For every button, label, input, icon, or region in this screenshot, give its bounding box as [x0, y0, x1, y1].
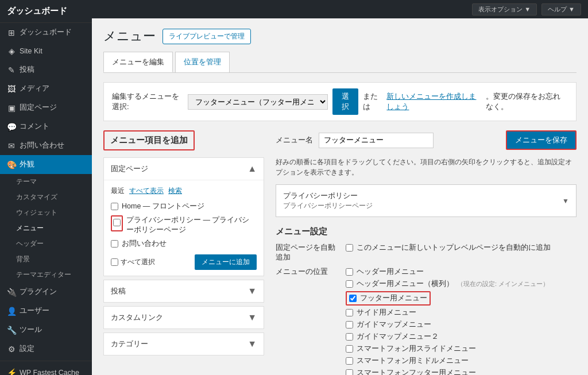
sidebar-item-background[interactable]: 背景	[0, 252, 92, 267]
custom-link-accordion-title: カスタムリンク	[111, 312, 163, 323]
page-checkbox-contact[interactable]	[111, 240, 118, 248]
auto-add-option: このメニューに新しいトップレベルページを自動的に追加	[346, 243, 551, 253]
tab-search[interactable]: 検索	[168, 186, 182, 196]
privacy-checkbox-highlight	[111, 215, 123, 232]
custom-link-accordion: カスタムリンク ▼	[103, 306, 264, 329]
menu-settings: メニュー設定 固定ページを自動追加 このメニューに新しいトップレベルページを自動…	[276, 226, 577, 375]
tab-manage-positions[interactable]: 位置を管理	[175, 52, 230, 72]
page-item-contact: お問い合わせ	[111, 239, 257, 249]
position-header2-checkbox[interactable]	[346, 280, 353, 288]
sidebar-item-contact[interactable]: ✉ お問い合わせ	[0, 136, 92, 155]
categories-accordion-title: カテゴリー	[111, 339, 148, 349]
menu-item-privacy: プライバシーポリシー プライバシーポリシーページ ▼	[276, 184, 577, 217]
page-label-contact: お問い合わせ	[122, 239, 167, 249]
sidebar-item-dashboard[interactable]: ⊞ ダッシュボード	[0, 23, 92, 42]
position-sitemap2: ガイドマップメニュー２	[346, 332, 549, 342]
select-all-checkbox[interactable]	[111, 258, 118, 266]
sidebar-item-users[interactable]: 👤 ユーザー	[0, 301, 92, 320]
tab-all[interactable]: すべて表示	[129, 186, 164, 196]
menu-item-title: プライバシーポリシー	[283, 191, 373, 201]
sidebar-item-comments[interactable]: 💬 コメント	[0, 117, 92, 136]
position-smartphone-footer: スマートフォンフッター用メニュー	[346, 368, 549, 375]
posts-accordion-title: 投稿	[111, 286, 126, 296]
help-button[interactable]: ヘルプ ▼	[541, 3, 581, 16]
position-footer: フッター用メニュー	[346, 291, 549, 306]
position-smartphone-middle-checkbox[interactable]	[346, 357, 353, 365]
posts-icon: ✎	[7, 65, 16, 75]
position-smartphone-footer-checkbox[interactable]	[346, 369, 353, 375]
position-header: ヘッダー用メニュー	[346, 267, 549, 277]
sidebar-item-header[interactable]: ヘッダー	[0, 236, 92, 252]
auto-add-checkbox[interactable]	[346, 244, 353, 252]
sidebar-item-sitekit[interactable]: ◈ Site Kit	[0, 42, 92, 60]
pages-accordion-body: 最近 すべて表示 検索 Home — フロントページ	[104, 180, 264, 276]
live-preview-button[interactable]: ライブプレビューで管理	[163, 29, 251, 44]
tabs: メニューを編集 位置を管理	[103, 52, 577, 73]
categories-accordion: カテゴリー ▼	[103, 333, 264, 355]
select-all-label[interactable]: すべて選択	[111, 257, 155, 267]
appearance-icon: 🎨	[7, 160, 16, 169]
sidebar-item-menus[interactable]: メニュー	[0, 221, 92, 236]
position-sitemap-checkbox[interactable]	[346, 321, 353, 328]
pages-icon: ▣	[7, 103, 16, 113]
menu-name-input[interactable]	[319, 133, 434, 148]
page-title: メニュー	[103, 28, 156, 45]
save-note: 。変更の保存をお忘れなく。	[486, 91, 568, 112]
sidebar-item-posts[interactable]: ✎ 投稿	[0, 60, 92, 79]
tools-icon: 🔧	[7, 326, 16, 335]
sidebar-item-settings[interactable]: ⚙ 設定	[0, 339, 92, 358]
position-footer-checkbox[interactable]	[349, 295, 357, 302]
sidebar-item-pages[interactable]: ▣ 固定ページ	[0, 98, 92, 117]
sidebar-item-tools[interactable]: 🔧 ツール	[0, 320, 92, 339]
page-label-privacy: プライバシーポリシー — プライバシーポリシーページ	[126, 215, 257, 235]
page-checkbox-privacy[interactable]	[113, 219, 121, 226]
select-menu-label: 編集するメニューを選択:	[112, 91, 183, 112]
position-smartphone-middle: スマートフォン用ミドルメニュー	[346, 356, 549, 366]
page-item-home: Home — フロントページ	[111, 202, 257, 212]
sidebar-item-wp-fastest-cache[interactable]: ⚡ WP Fastest Cache	[0, 364, 92, 375]
pages-accordion: 固定ページ ▲ 最近 すべて表示 検索 Home — フロントページ	[103, 157, 264, 276]
menu-select[interactable]: フッターメニュー（フッター用メニュー）	[188, 94, 328, 110]
sidebar-item-theme[interactable]: テーマ	[0, 174, 92, 190]
save-menu-button-top[interactable]: メニューを保存	[506, 130, 577, 150]
tab-recent[interactable]: 最近	[111, 186, 125, 196]
pages-accordion-header[interactable]: 固定ページ ▲	[104, 158, 264, 180]
wp-fastest-cache-icon: ⚡	[7, 368, 16, 375]
posts-accordion-header[interactable]: 投稿 ▼	[104, 280, 264, 302]
page-checkbox-home[interactable]	[111, 203, 118, 210]
sidebar-item-appearance[interactable]: 🎨 外観	[0, 155, 92, 174]
position-smartphone-slide-checkbox[interactable]	[346, 345, 353, 353]
menu-hint: 好みの順番に各項目をドラッグしてください。項目の右側の矢印をクリックすると、追加…	[276, 157, 577, 177]
plugins-icon: 🔌	[7, 288, 16, 297]
sidebar-item-customize[interactable]: カスタマイズ	[0, 190, 92, 205]
position-row: メニューの位置 ヘッダー用メニュー ヘッダー用メニュー（横列） （現在の設定: …	[276, 267, 577, 375]
tab-edit-menu[interactable]: メニューを編集	[103, 52, 173, 72]
position-label: メニューの位置	[276, 267, 339, 277]
categories-accordion-header[interactable]: カテゴリー ▼	[104, 333, 264, 355]
sitekit-icon: ◈	[7, 47, 16, 56]
settings-icon: ⚙	[7, 345, 16, 354]
display-options-button[interactable]: 表示オプション ▼	[472, 3, 537, 16]
posts-accordion: 投稿 ▼	[103, 280, 264, 303]
custom-link-accordion-header[interactable]: カスタムリンク ▼	[104, 307, 264, 328]
auto-add-label: 固定ページを自動追加	[276, 243, 339, 262]
position-header-checkbox[interactable]	[346, 268, 353, 276]
categories-accordion-toggle: ▼	[247, 339, 257, 349]
sidebar-item-widgets[interactable]: ウィジェット	[0, 205, 92, 221]
position-sitemap2-checkbox[interactable]	[346, 333, 353, 341]
select-button[interactable]: 選択	[332, 88, 359, 115]
pages-accordion-title: 固定ページ	[111, 164, 148, 174]
add-to-menu-button[interactable]: メニューに追加	[195, 254, 257, 270]
left-panel: メニュー項目を追加 固定ページ ▲ 最近 すべて表示 検索	[103, 130, 264, 359]
menu-item-expand-arrow[interactable]: ▼	[562, 197, 569, 205]
comments-icon: 💬	[7, 122, 16, 132]
menu-settings-title: メニュー設定	[276, 226, 577, 237]
or-text: または	[363, 91, 382, 112]
pages-actions: すべて選択 メニューに追加	[111, 254, 257, 270]
sidebar-item-plugins[interactable]: 🔌 プラグイン	[0, 283, 92, 301]
sidebar-item-theme-editor[interactable]: テーマエディター	[0, 267, 92, 283]
position-side-checkbox[interactable]	[346, 309, 353, 316]
new-menu-link[interactable]: 新しいメニューを作成しましょう	[386, 91, 481, 112]
sidebar-item-media[interactable]: 🖼 メディア	[0, 79, 92, 98]
menu-name-row: メニュー名 メニューを保存	[276, 130, 577, 150]
